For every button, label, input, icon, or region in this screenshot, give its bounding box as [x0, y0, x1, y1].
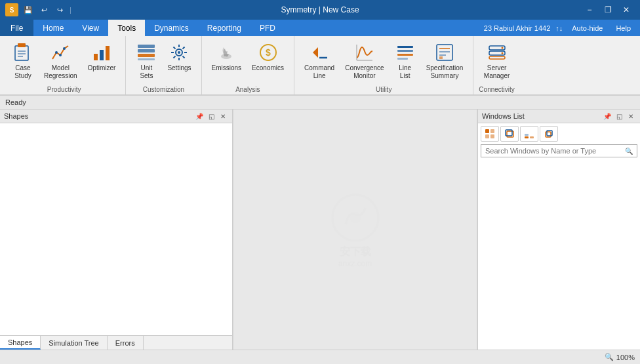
- ribbon-group-connectivity: ServerManager Connectivity: [473, 36, 519, 94]
- bottom-tabs: Shapes Simulation Tree Errors: [0, 335, 232, 350]
- optimizer-button[interactable]: Optimizer: [83, 39, 121, 75]
- menu-home[interactable]: Home: [33, 20, 73, 36]
- analysis-label: Analysis: [235, 85, 260, 93]
- model-regression-label: ModelRegression: [44, 64, 77, 80]
- windows-list-search-container[interactable]: 🔍: [481, 144, 637, 157]
- emissions-icon: [216, 42, 237, 63]
- svg-rect-33: [397, 50, 413, 52]
- svg-rect-49: [490, 129, 494, 133]
- wl-close-button[interactable]: ✕: [626, 111, 636, 121]
- title-bar: S 💾 ↩ ↪ | Symmetry | New Case − ❐ ✕: [0, 0, 640, 20]
- center-watermark: 安下载 anxz.com: [329, 192, 382, 268]
- menu-file[interactable]: File: [0, 20, 33, 36]
- command-line-button[interactable]: CommandLine: [300, 39, 339, 83]
- svg-rect-40: [439, 56, 443, 59]
- wl-min-all-button[interactable]: [520, 126, 538, 142]
- case-study-icon: [12, 42, 33, 63]
- tab-shapes[interactable]: Shapes: [0, 336, 41, 350]
- menu-pfd[interactable]: PFD: [250, 20, 285, 36]
- redo-button[interactable]: ↪: [52, 3, 67, 16]
- windows-list-content: 🔍: [478, 123, 640, 350]
- command-line-label: CommandLine: [304, 64, 334, 80]
- model-regression-button[interactable]: ModelRegression: [39, 39, 82, 83]
- svg-point-6: [59, 54, 62, 56]
- title-bar-left: S 💾 ↩ ↪ | Symmetry | New Case: [5, 3, 73, 16]
- economics-button[interactable]: $ Economics: [247, 39, 289, 75]
- svg-marker-28: [313, 47, 318, 58]
- restore-button[interactable]: ❐: [599, 3, 616, 16]
- wl-cascade-button[interactable]: [500, 126, 519, 142]
- ribbon-group-productivity: CaseStudy ModelRegression: [3, 36, 126, 94]
- windows-list-controls: 📌 ◱ ✕: [602, 111, 636, 121]
- menu-dynamics[interactable]: Dynamics: [145, 20, 198, 36]
- ribbon-group-utility: CommandLine ConvergenceMonitor: [294, 36, 473, 94]
- case-study-button[interactable]: CaseStudy: [8, 39, 38, 83]
- shapes-panel-header: Shapes 📌 ◱ ✕: [0, 110, 232, 123]
- windows-list-panel: Windows List 📌 ◱ ✕: [477, 110, 640, 350]
- ribbon-group-customization: UnitSets: [126, 36, 201, 94]
- model-regression-icon: [50, 42, 71, 63]
- tab-errors[interactable]: Errors: [108, 336, 144, 350]
- svg-line-24: [174, 56, 176, 58]
- svg-rect-11: [138, 45, 155, 48]
- emissions-button[interactable]: Emissions: [207, 39, 247, 75]
- optimizer-icon: [91, 42, 112, 63]
- customization-buttons: UnitSets: [131, 39, 195, 85]
- line-list-button[interactable]: LineList: [390, 39, 420, 83]
- svg-line-23: [183, 47, 185, 49]
- emissions-label: Emissions: [212, 64, 242, 72]
- utility-label: Utility: [376, 85, 391, 93]
- server-manager-button[interactable]: ServerManager: [479, 39, 514, 83]
- windows-list-toolbar: [481, 126, 637, 142]
- pfd-area[interactable]: 安下载 anxz.com: [233, 110, 477, 350]
- help-button[interactable]: Help: [612, 23, 635, 33]
- shapes-panel-controls: 📌 ◱ ✕: [194, 111, 228, 121]
- windows-list-search-input[interactable]: [485, 147, 625, 155]
- svg-rect-34: [397, 54, 413, 56]
- svg-rect-10: [106, 46, 110, 60]
- server-manager-label: ServerManager: [484, 64, 510, 80]
- zoom-icon: 🔍: [605, 353, 614, 361]
- line-list-label: LineList: [399, 64, 411, 80]
- minimize-button[interactable]: −: [581, 3, 598, 16]
- close-button[interactable]: ✕: [618, 3, 635, 16]
- specification-summary-button[interactable]: SpecificationSummary: [422, 39, 468, 83]
- wl-restore-all-button[interactable]: [540, 126, 558, 142]
- windows-list-title: Windows List: [482, 112, 525, 120]
- settings-button[interactable]: Settings: [163, 39, 195, 75]
- shapes-float-button[interactable]: ◱: [206, 111, 216, 121]
- svg-point-7: [63, 47, 66, 50]
- svg-rect-56: [525, 134, 529, 136]
- ribbon-group-analysis: Emissions $ Economics Analysis: [202, 36, 294, 94]
- tab-simulation-tree[interactable]: Simulation Tree: [41, 336, 107, 350]
- convergence-monitor-button[interactable]: ConvergenceMonitor: [340, 39, 388, 83]
- unit-sets-label: UnitSets: [140, 64, 153, 80]
- autohide-button[interactable]: Auto-hide: [568, 23, 607, 33]
- unit-sets-button[interactable]: UnitSets: [131, 39, 161, 83]
- undo-button[interactable]: ↩: [37, 3, 51, 16]
- connectivity-label: Connectivity: [479, 85, 514, 93]
- wl-float-button[interactable]: ◱: [614, 111, 624, 121]
- svg-rect-43: [489, 56, 505, 59]
- wl-tile-button[interactable]: [481, 126, 499, 142]
- save-button[interactable]: 💾: [21, 3, 35, 16]
- svg-rect-54: [525, 136, 529, 138]
- line-list-icon: [395, 42, 416, 63]
- menu-tools[interactable]: Tools: [108, 20, 145, 36]
- app-logo: S: [5, 3, 18, 16]
- convergence-monitor-icon: [354, 42, 375, 63]
- settings-label: Settings: [167, 64, 191, 72]
- convergence-monitor-label: ConvergenceMonitor: [345, 64, 384, 80]
- svg-rect-12: [138, 49, 155, 52]
- menu-view[interactable]: View: [73, 20, 108, 36]
- window-title: Symmetry | New Case: [281, 5, 359, 14]
- specification-summary-icon: [434, 42, 455, 63]
- settings-icon: [169, 42, 190, 63]
- menu-reporting[interactable]: Reporting: [198, 20, 250, 36]
- zoom-level: 100%: [616, 354, 635, 361]
- shapes-pin-button[interactable]: 📌: [194, 111, 205, 121]
- svg-point-16: [178, 51, 180, 54]
- svg-rect-57: [546, 132, 551, 137]
- wl-pin-button[interactable]: 📌: [602, 111, 612, 121]
- shapes-close-button[interactable]: ✕: [218, 111, 228, 121]
